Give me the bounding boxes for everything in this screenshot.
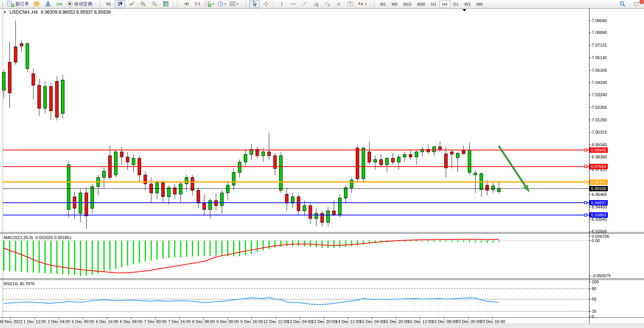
auto-scroll-button[interactable] [181, 0, 191, 8]
timeframe-d1-button[interactable]: D1 [451, 0, 461, 8]
text-label-icon: T [347, 2, 353, 6]
timeframe-m15-button[interactable]: M15 [401, 0, 414, 8]
text-button[interactable]: A [334, 0, 344, 8]
timeframe-h4-button[interactable]: H4 [440, 0, 450, 8]
timeframe-m1-button[interactable]: M1 [377, 0, 389, 8]
macd-histogram-bar [56, 241, 58, 274]
svg-text:F: F [328, 4, 330, 7]
zoom-out-icon [151, 1, 157, 8]
periods-button[interactable]: ▾ [216, 0, 227, 8]
macd-histogram-bar [339, 241, 340, 247]
candle-body [262, 152, 265, 156]
toolbar-grip[interactable] [374, 1, 376, 7]
candle-body [474, 173, 477, 175]
new-order-button[interactable]: 新订单 [6, 0, 30, 8]
candle-body [445, 154, 448, 168]
candle-body [126, 157, 129, 162]
timeframe-m5-button[interactable]: M5 [389, 0, 400, 8]
crosshair-button[interactable] [261, 0, 271, 8]
navigator-button[interactable] [43, 0, 53, 8]
toolbar-grip[interactable] [246, 1, 247, 7]
tile-windows-icon [163, 1, 169, 8]
timeframe-mn-button[interactable]: MN [474, 0, 485, 8]
macd-histogram-bar [80, 241, 81, 276]
candle-body [79, 193, 82, 213]
line-anchor-marker[interactable] [585, 149, 587, 151]
rsi-indicator-label: RSI(14) 40.7976 [4, 281, 35, 286]
line-anchor-marker[interactable] [585, 214, 587, 216]
timeframe-m30-button[interactable]: M30 [414, 0, 428, 8]
toolbar-grip[interactable] [100, 1, 101, 7]
candle-body [303, 206, 306, 211]
arrows-button[interactable]: ▾ [357, 0, 368, 8]
candle-body [32, 74, 35, 85]
add-indicator-button[interactable]: ▾ [204, 0, 215, 8]
chart-title: ▼ USDCNH-,H4 6.96309 6.96553 6.95937 6.9… [3, 10, 111, 15]
signals-button[interactable] [54, 0, 64, 8]
candle-body [279, 156, 283, 191]
chart-shift-button[interactable] [192, 0, 202, 8]
timeframe-group: M1M5M15M30H1H4D1W1MN [377, 0, 485, 8]
fibonacci-button[interactable]: F [322, 0, 332, 8]
timeframe-h1-button[interactable]: H1 [428, 0, 439, 8]
trend-arrow-line[interactable] [499, 146, 525, 186]
macd-histogram-bar [434, 241, 435, 242]
candle-body [103, 171, 106, 178]
macd-histogram-bar [333, 241, 334, 248]
horizontal-line-button[interactable] [288, 0, 298, 8]
macd-histogram-bar [98, 241, 99, 273]
arrows-icon [358, 1, 364, 8]
chart-shift-marker[interactable] [463, 9, 466, 11]
templates-button[interactable]: ▾ [228, 0, 239, 8]
vertical-line-button[interactable] [276, 0, 287, 8]
bar-chart-icon [106, 1, 112, 8]
search-button[interactable] [617, 0, 628, 8]
macd-histogram-bar [39, 241, 40, 273]
candle-body [462, 150, 465, 153]
candle-body [2, 73, 5, 90]
cursor-button[interactable] [249, 0, 260, 8]
clock-icon [217, 1, 223, 8]
macd-histogram-bar [21, 241, 22, 272]
bar-chart-button[interactable] [103, 0, 114, 8]
zoom-in-button[interactable] [138, 0, 148, 8]
timeframe-w1-button[interactable]: W1 [462, 0, 474, 8]
candle-body [356, 148, 359, 179]
toolbar-grip[interactable] [2, 1, 4, 7]
tile-windows-button[interactable] [161, 0, 171, 8]
collapse-triangle-icon[interactable]: ▼ [3, 10, 6, 14]
chevron-down-icon: ▾ [237, 2, 238, 6]
text-label-button[interactable]: T [345, 0, 355, 8]
macd-histogram-bar [404, 241, 405, 241]
cursor-icon [252, 1, 258, 8]
candle-body [226, 185, 229, 193]
market-watch-button[interactable] [31, 0, 42, 8]
zoom-in-icon [140, 1, 146, 8]
macd-histogram-bar [275, 241, 276, 247]
line-anchor-marker[interactable] [585, 202, 587, 204]
zoom-out-button[interactable] [149, 0, 159, 8]
autotrade-button[interactable]: 自动交易 [66, 0, 93, 8]
chart-shift-icon [194, 1, 201, 8]
candle-body [350, 180, 353, 188]
chart-canvas[interactable] [0, 0, 644, 328]
candle-body [238, 162, 241, 173]
equidistant-channel-button[interactable]: E [311, 0, 321, 8]
line-anchor-marker[interactable] [585, 165, 587, 168]
candlestick-chart-button[interactable] [115, 0, 125, 8]
macd-histogram-bar [3, 241, 5, 271]
candle-body [297, 197, 300, 211]
line-chart-button[interactable] [126, 0, 137, 8]
macd-histogram-bar [192, 241, 193, 257]
trend-line-button[interactable] [299, 0, 310, 8]
candle-body [114, 152, 117, 175]
macd-indicator-label: MACD(12,26,9) -0.002020 0.001851 [4, 235, 72, 240]
macd-histogram-bar [457, 241, 458, 242]
macd-histogram-bar [198, 241, 199, 256]
toolbar-grip[interactable] [177, 1, 179, 7]
macd-histogram-bar [145, 241, 146, 262]
line-anchor-marker[interactable] [585, 181, 587, 183]
chat-button[interactable]: 1 [631, 0, 642, 8]
candle-body [91, 186, 94, 208]
toolbar-separator [370, 1, 371, 7]
